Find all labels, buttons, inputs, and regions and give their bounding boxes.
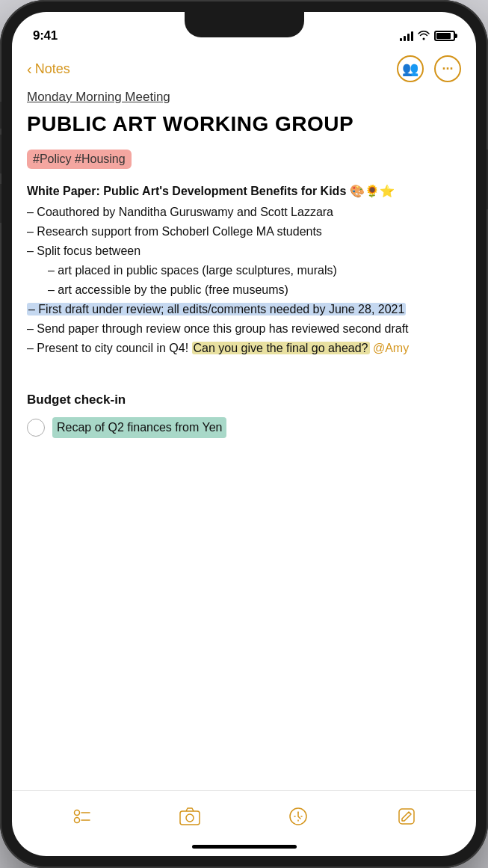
camera-tool-button[interactable] [173,800,206,833]
note-body: White Paper: Public Art's Development Be… [27,182,461,438]
checklist-text-1: Recap of Q2 finances from Yen [52,417,226,438]
checklist-tool-button[interactable] [65,800,98,833]
budget-heading: Budget check-in [27,390,461,410]
back-arrow-icon: ‹ [27,61,32,78]
bullet-line-3: – Split focus between [27,242,461,260]
white-paper-heading: White Paper: Public Art's Development Be… [27,182,461,200]
volume-up-button [0,135,1,173]
markup-tool-button[interactable] [282,800,315,833]
bullet-line-1: – Coauthored by Nanditha Guruswamy and S… [27,203,461,221]
status-time: 9:41 [33,28,58,43]
highlight-blue-text: – First draft under review; all edits/co… [27,303,406,316]
note-content: Monday Morning Meeting PUBLIC ART WORKIN… [12,90,476,790]
nav-actions: 👥 ··· [397,55,461,82]
tags-highlight: #Policy #Housing [27,150,132,169]
tags-text: #Policy #Housing [33,153,126,165]
bullet-line-4: – First draft under review; all edits/co… [27,301,461,318]
signal-icon [400,31,413,41]
svg-rect-7 [399,809,414,824]
collab-button[interactable]: 👥 [397,55,424,82]
checkbox-1[interactable] [27,419,45,437]
home-indicator [192,845,297,849]
nav-bar: ‹ Notes 👥 ··· [12,49,476,90]
phone-frame: 9:41 [0,0,488,868]
silent-switch [0,102,1,129]
status-icons [400,30,455,43]
wifi-icon [418,30,430,43]
mention-amy: @Amy [373,342,409,354]
back-button[interactable]: ‹ Notes [27,61,70,78]
phone-screen: 9:41 [12,12,476,856]
note-subtitle: Monday Morning Meeting [27,90,461,105]
svg-rect-4 [180,811,200,825]
more-button[interactable]: ··· [434,55,461,82]
volume-down-button [0,184,1,223]
notch [185,12,304,37]
svg-point-1 [74,818,79,823]
bottom-toolbar [12,790,476,840]
highlight-yellow-text: Can you give the final go ahead? [192,342,370,354]
svg-point-5 [186,814,194,822]
collab-icon: 👥 [402,61,418,77]
more-icon: ··· [442,61,453,77]
indent-line-2: – art accessible by the public (free mus… [48,281,461,299]
checklist-item-1: Recap of Q2 finances from Yen [27,417,461,438]
battery-icon [434,31,455,41]
back-label: Notes [35,61,70,77]
svg-point-0 [74,810,79,816]
bullet-line-5: – Send paper through review once this gr… [27,320,461,338]
compose-tool-button[interactable] [390,800,423,833]
bullet-line-6: – Present to city council in Q4! Can you… [27,339,461,357]
indent-line-1: – art placed in public spaces (large scu… [48,262,461,280]
note-title: PUBLIC ART WORKING GROUP [27,112,461,136]
bullet-line-2: – Research support from Schoberl College… [27,223,461,241]
screen-content: 9:41 [12,12,476,856]
